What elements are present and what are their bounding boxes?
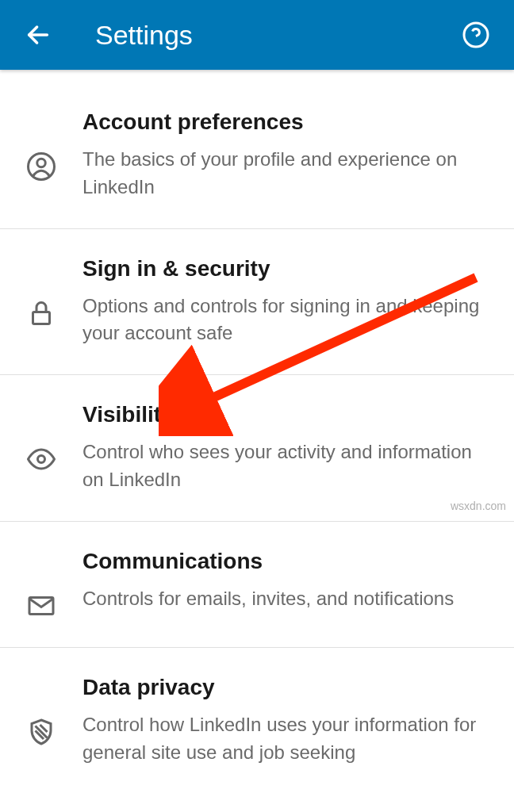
back-arrow-icon [25,21,52,48]
section-title: Visibility [82,402,495,427]
icon-column [13,402,70,494]
section-communications[interactable]: Communications Controls for emails, invi… [0,522,514,648]
icon-column [13,109,70,201]
help-icon [462,21,490,49]
help-button[interactable] [457,16,495,54]
section-description: Options and controls for signing in and … [82,293,495,348]
lock-icon [27,299,56,327]
settings-list: Account preferences The basics of your p… [0,70,514,793]
svg-rect-5 [33,312,50,324]
profile-icon [27,152,56,181]
text-column: Data privacy Control how LinkedIn uses y… [70,675,495,767]
back-button[interactable] [19,16,57,54]
page-title: Settings [95,20,457,51]
section-title: Sign in & security [82,256,495,282]
section-sign-in-security[interactable]: Sign in & security Options and controls … [0,229,514,376]
text-column: Account preferences The basics of your p… [70,109,495,201]
section-visibility[interactable]: Visibility Control who sees your activit… [0,375,514,522]
section-description: Control who sees your activity and infor… [82,439,495,494]
section-description: The basics of your profile and experienc… [82,146,495,201]
svg-point-4 [37,159,46,167]
section-title: Account preferences [82,109,495,135]
shield-icon [27,718,56,746]
eye-icon [27,445,56,473]
section-title: Communications [82,549,495,574]
app-header: Settings [0,0,514,70]
section-account-preferences[interactable]: Account preferences The basics of your p… [0,70,514,229]
email-icon [27,592,56,620]
section-description: Controls for emails, invites, and notifi… [82,585,495,613]
section-title: Data privacy [82,675,495,700]
text-column: Communications Controls for emails, invi… [70,549,495,620]
icon-column [13,256,70,348]
text-column: Visibility Control who sees your activit… [70,402,495,494]
text-column: Sign in & security Options and controls … [70,256,495,348]
section-data-privacy[interactable]: Data privacy Control how LinkedIn uses y… [0,648,514,794]
svg-point-6 [38,456,45,463]
icon-column [13,675,70,767]
icon-column [13,549,70,620]
section-description: Control how LinkedIn uses your informati… [82,711,495,767]
